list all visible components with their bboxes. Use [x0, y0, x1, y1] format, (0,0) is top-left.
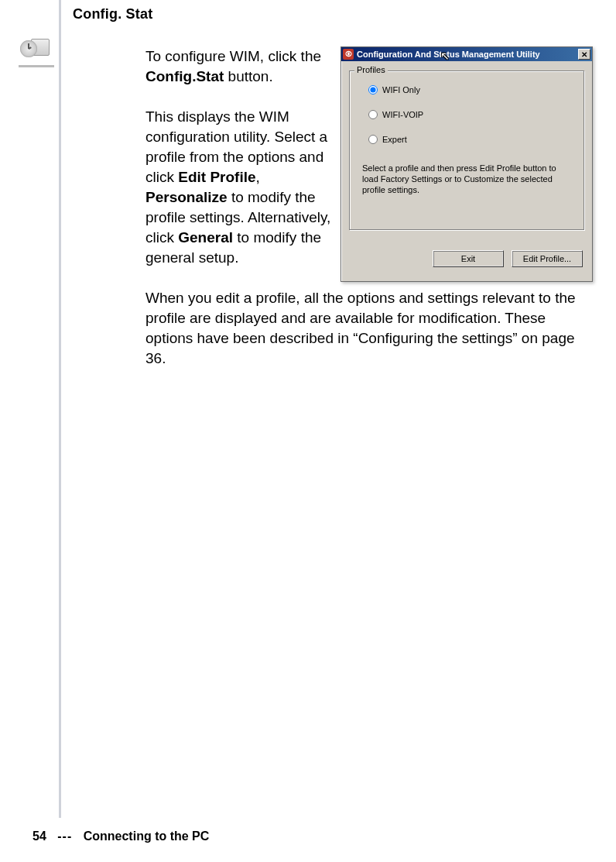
exit-button[interactable]: Exit: [433, 250, 504, 267]
vertical-rule: [59, 0, 61, 818]
radio-wifi-only[interactable]: WIFI Only: [368, 85, 420, 94]
footer-separator: ---: [57, 829, 72, 843]
section-heading: Config. Stat: [73, 6, 152, 22]
page-number: 54: [33, 829, 46, 843]
edit-profile-button[interactable]: Edit Profile...: [512, 250, 583, 267]
radio-wifi-voip-label: WIFI-VOIP: [382, 110, 423, 119]
radio-expert-input[interactable]: [368, 135, 378, 144]
radio-wifi-voip-input[interactable]: [368, 110, 378, 119]
radio-expert[interactable]: Expert: [368, 135, 407, 144]
paragraph-2-bold-personalize: Personalize: [145, 189, 228, 205]
paragraph-3: When you edit a profile, all the options…: [145, 288, 577, 369]
paragraph-2-bold-edit-profile: Edit Profile: [178, 169, 255, 185]
config-utility-dialog: ⦿ Configuration And Status Management Ut…: [341, 46, 593, 282]
profiles-groupbox: Profiles WIFI Only WIFI-VOIP Expert Sele…: [349, 70, 584, 230]
dialog-title: Configuration And Status Management Util…: [357, 50, 540, 59]
radio-wifi-only-input[interactable]: [368, 85, 378, 94]
profiles-legend: Profiles: [354, 65, 388, 74]
radio-wifi-only-label: WIFI Only: [382, 85, 420, 94]
paragraph-1-text-c: button.: [224, 68, 272, 84]
paragraph-2-text-c: ,: [256, 169, 260, 185]
profiles-help-text: Select a profile and then press Edit Pro…: [362, 163, 571, 195]
paragraph-1-text-a: To configure WIM, click the: [145, 48, 321, 64]
margin-icon: [20, 37, 53, 59]
margin-icon-separator: [19, 65, 54, 67]
chapter-title: Connecting to the PC: [84, 829, 210, 843]
paragraph-1: To configure WIM, click the Config.Stat …: [145, 46, 331, 87]
page-footer: 54 --- Connecting to the PC: [33, 829, 209, 843]
paragraph-2: This displays the WIM configuration util…: [145, 107, 331, 268]
close-button[interactable]: ✕: [578, 49, 590, 60]
radio-expert-label: Expert: [382, 135, 407, 144]
radio-wifi-voip[interactable]: WIFI-VOIP: [368, 110, 423, 119]
dialog-titlebar[interactable]: ⦿ Configuration And Status Management Ut…: [341, 47, 592, 61]
paragraph-2-bold-general: General: [178, 229, 233, 246]
dialog-app-icon: ⦿: [343, 49, 354, 60]
paragraph-1-bold-config-stat: Config.Stat: [145, 68, 224, 84]
